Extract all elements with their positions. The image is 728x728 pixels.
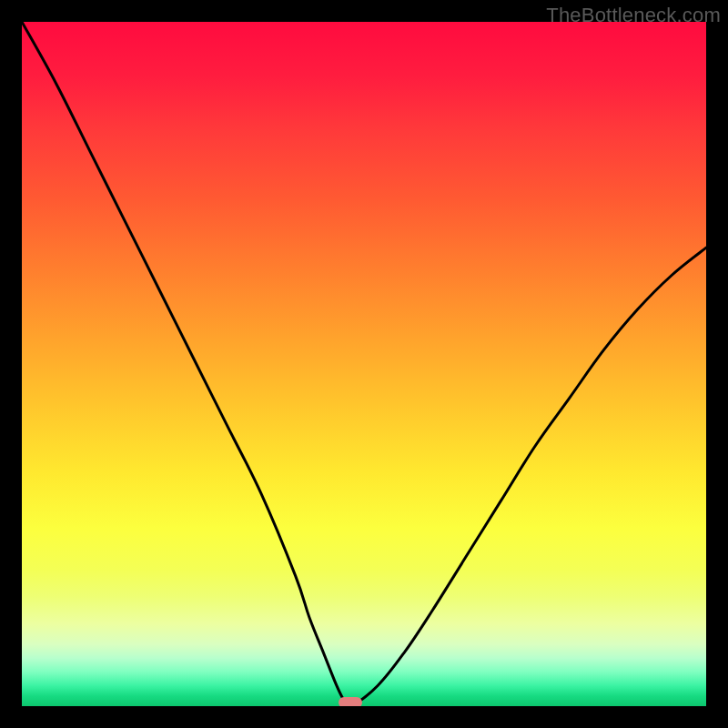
credit-watermark: TheBottleneck.com	[546, 4, 721, 27]
chart-frame: TheBottleneck.com	[0, 0, 728, 728]
min-marker	[339, 697, 362, 706]
bottleneck-curve	[22, 22, 706, 706]
plot-area	[22, 22, 706, 706]
